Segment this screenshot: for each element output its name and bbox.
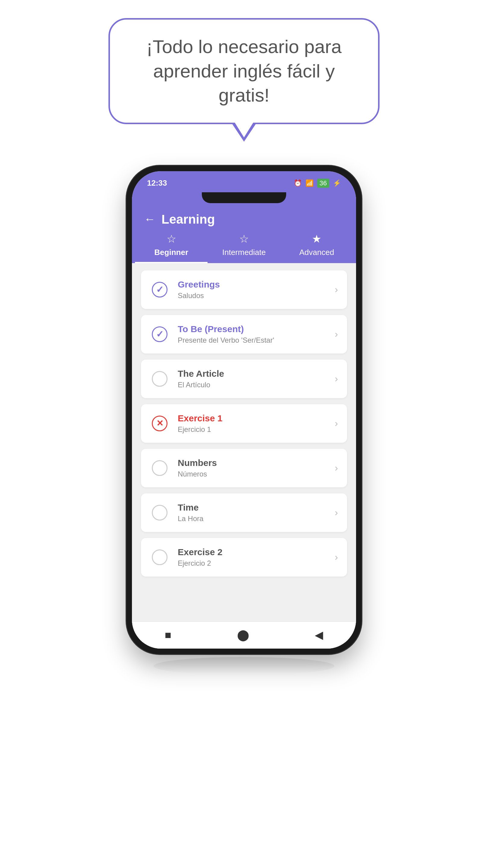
list-item-exercise2[interactable]: Exercise 2 Ejercicio 2 › [141,538,347,577]
tab-beginner-label: Beginner [154,248,188,257]
item-subtitle-exercise1: Ejercicio 1 [178,425,332,434]
list-item-numbers[interactable]: Numbers Números › [141,449,347,487]
tab-intermediate[interactable]: ☆ Intermediate [207,233,280,263]
speech-bubble-container: ¡Todo lo necesario para aprender inglés … [108,18,380,142]
tab-advanced[interactable]: ★ Advanced [281,233,353,263]
speech-bubble-text: ¡Todo lo necesario para aprender inglés … [147,36,341,105]
item-icon-numbers [150,458,169,478]
app-title: Learning [161,212,215,227]
item-title-time: Time [178,502,332,513]
arrow-icon-exercise1: › [335,418,338,429]
tabs-container: ☆ Beginner ☆ Intermediate ★ Advanced [132,227,356,263]
item-subtitle-greetings: Saludos [178,291,332,300]
bottom-nav: ■ ⬤ ◀ [132,621,356,649]
item-text-exercise1: Exercise 1 Ejercicio 1 [178,413,332,434]
item-title-exercise1: Exercise 1 [178,413,332,424]
check-icon-to-be [152,327,167,342]
status-time: 12:33 [147,179,167,188]
item-subtitle-exercise2: Ejercicio 2 [178,559,332,567]
battery-badge: 36 [317,179,329,188]
item-text-exercise2: Exercise 2 Ejercicio 2 [178,547,332,567]
content-area: Greetings Saludos › To Be (Present) Pres… [132,263,356,621]
bolt-icon: ⚡ [333,179,341,187]
arrow-icon-time: › [335,507,338,518]
item-subtitle-time: La Hora [178,515,332,523]
nav-square-button[interactable]: ■ [165,629,171,641]
arrow-icon-exercise2: › [335,552,338,563]
arrow-icon-numbers: › [335,462,338,473]
list-item-to-be[interactable]: To Be (Present) Presente del Verbo 'Ser/… [141,315,347,353]
check-icon-greetings [152,282,167,298]
empty-icon-article [152,371,167,387]
item-title-exercise2: Exercise 2 [178,547,332,557]
item-icon-article [150,369,169,389]
item-text-article: The Article El Artículo [178,369,332,389]
tab-advanced-label: Advanced [299,248,334,257]
wifi-icon: 📶 [305,179,314,187]
tab-intermediate-label: Intermediate [222,248,266,257]
item-text-to-be: To Be (Present) Presente del Verbo 'Ser/… [178,324,332,344]
item-title-numbers: Numbers [178,458,332,468]
phone-reflection [154,657,334,675]
nav-triangle-button[interactable]: ◀ [315,629,323,641]
item-icon-greetings [150,280,169,299]
nav-circle-button[interactable]: ⬤ [237,629,249,641]
item-icon-exercise1 [150,414,169,433]
speech-bubble: ¡Todo lo necesario para aprender inglés … [108,18,380,124]
arrow-icon-article: › [335,373,338,384]
advanced-star-icon: ★ [312,233,321,245]
arrow-icon-greetings: › [335,284,338,295]
item-title-to-be: To Be (Present) [178,324,332,334]
speech-bubble-tail [232,124,256,142]
item-subtitle-to-be: Presente del Verbo 'Ser/Estar' [178,336,332,344]
item-subtitle-article: El Artículo [178,381,332,389]
item-title-article: The Article [178,369,332,379]
tab-beginner[interactable]: ☆ Beginner [135,233,207,263]
item-icon-time [150,503,169,522]
item-icon-exercise2 [150,548,169,567]
intermediate-star-icon: ☆ [239,233,249,245]
list-item-exercise1[interactable]: Exercise 1 Ejercicio 1 › [141,404,347,443]
list-item-time[interactable]: Time La Hora › [141,493,347,532]
notch [132,192,356,206]
empty-icon-time [152,505,167,521]
app-header: ← Learning [132,206,356,227]
item-title-greetings: Greetings [178,279,332,290]
back-button[interactable]: ← [144,213,156,226]
item-icon-to-be [150,324,169,344]
empty-icon-exercise2 [152,550,167,565]
beginner-star-icon: ☆ [167,233,176,245]
phone-wrapper: 12:33 ⏰ 📶 36 ⚡ ← Learning ☆ [127,166,361,654]
item-text-numbers: Numbers Números [178,458,332,478]
list-item-article[interactable]: The Article El Artículo › [141,360,347,398]
empty-icon-numbers [152,460,167,476]
item-text-greetings: Greetings Saludos [178,279,332,300]
notch-inner [202,192,286,203]
phone-inner: 12:33 ⏰ 📶 36 ⚡ ← Learning ☆ [132,171,356,649]
phone-frame: 12:33 ⏰ 📶 36 ⚡ ← Learning ☆ [127,166,361,654]
list-item-greetings[interactable]: Greetings Saludos › [141,270,347,309]
arrow-icon-to-be: › [335,329,338,340]
item-subtitle-numbers: Números [178,470,332,478]
status-bar: 12:33 ⏰ 📶 36 ⚡ [132,171,356,192]
clock-icon: ⏰ [294,179,302,187]
item-text-time: Time La Hora [178,502,332,523]
x-icon-exercise1 [152,415,167,431]
status-icons: ⏰ 📶 36 ⚡ [294,179,341,188]
